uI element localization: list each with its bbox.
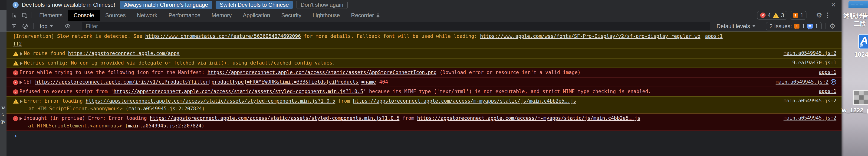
errors-warnings-badge[interactable]: ✕ 4 ! 3 <box>757 11 787 20</box>
tab-console[interactable]: Console <box>68 10 100 21</box>
message-link[interactable]: https://www.apple.com/wss/fonts/SF-Pro-D… <box>480 33 700 39</box>
expand-arrow-icon[interactable] <box>20 62 23 65</box>
console-settings-gear-icon[interactable]: ⚙ <box>829 23 835 30</box>
context-label: top <box>40 23 48 30</box>
message-link[interactable]: https://appstoreconnect.apple.com/access… <box>150 115 400 121</box>
tab-lighthouse[interactable]: Lighthouse <box>307 10 345 21</box>
separator <box>825 23 826 29</box>
message-link[interactable]: https://www.chromestatus.com/feature/563… <box>145 33 301 39</box>
error-icon: ✕ <box>760 12 766 18</box>
console-message-error: ✕ Error while trying to use the followin… <box>6 68 841 77</box>
language-infobar: i DevTools is now available in Chinese! … <box>6 0 841 10</box>
inspect-element-icon[interactable] <box>9 10 20 21</box>
message-text: [Intervention] Slow network is detected.… <box>13 32 765 40</box>
source-location: main.a0549945.js:2 <box>783 98 836 103</box>
message-link[interactable]: https://appstoreconnect.apple.com/access… <box>86 98 336 104</box>
source-location: apps:1 <box>705 32 723 40</box>
separator <box>59 23 59 29</box>
source-location: 9.ea19a470.js:1 <box>792 60 836 65</box>
log-levels-dropdown[interactable]: Default levels <box>714 23 758 30</box>
tab-network[interactable]: Network <box>131 10 163 21</box>
message-text: Uncaught (in promise) Error: Error loadi… <box>24 115 765 122</box>
tab-sources[interactable]: Sources <box>100 10 131 21</box>
device-toolbar-icon[interactable] <box>20 10 30 21</box>
message-link[interactable]: https://appstoreconnect.apple.com/access… <box>417 115 640 121</box>
devtools-window: i DevTools is now available in Chinese! … <box>6 0 841 156</box>
issue-icon: ! <box>793 13 798 18</box>
source-location: apps:1 <box>819 69 836 75</box>
issues-blue-count: 1 <box>815 23 818 30</box>
message-text: Metrics config: No config provided via d… <box>24 59 765 67</box>
tab-recorder-label: Recorder <box>351 12 374 19</box>
error-icon: ✕ <box>13 89 18 94</box>
separator <box>33 23 34 29</box>
console-messages: [Intervention] Slow network is detected.… <box>6 32 841 156</box>
filter-input[interactable] <box>82 22 710 30</box>
warning-icon: ! <box>773 13 779 18</box>
experiment-flask-icon <box>376 13 380 18</box>
always-match-language-button[interactable]: Always match Chrome's language <box>120 1 212 9</box>
message-link[interactable]: https://appstoreconnect.apple.com/access… <box>114 89 363 94</box>
issues-orange-count: 1 <box>802 23 805 30</box>
message-link[interactable]: https://appstoreconnect.apple.com/access… <box>353 98 576 104</box>
expand-arrow-icon[interactable] <box>20 81 22 84</box>
expand-arrow-icon[interactable] <box>20 100 23 103</box>
source-location: main.a0549945.js:2 <box>783 51 836 56</box>
tab-performance[interactable]: Performance <box>163 10 206 21</box>
screenshot-root: na ic gv i DevTools is now available in … <box>0 0 868 156</box>
background-window-fragment <box>848 1 868 8</box>
background-segment <box>0 10 6 32</box>
message-text: Error: Error loading https://appstorecon… <box>24 97 765 105</box>
stack-frame-link[interactable]: main.a0549945.js:2:207824 <box>128 106 202 112</box>
chevron-down-icon <box>50 25 53 27</box>
warning-count: 3 <box>781 12 784 19</box>
source-location: main.a0549945.js:2 <box>783 115 836 121</box>
issues-badge[interactable]: ! 1 <box>790 11 806 20</box>
message-link[interactable]: https://appstoreconnect.apple.com/access… <box>208 70 437 75</box>
reveal-in-network-icon[interactable] <box>830 79 836 85</box>
console-message-warning: ! No route found https://appstoreconnect… <box>6 49 841 58</box>
issues-summary[interactable]: 2 Issues: ! 1 1 <box>766 22 822 30</box>
clear-console-icon[interactable] <box>21 22 30 30</box>
tab-security[interactable]: Security <box>276 10 307 21</box>
console-message-error: ✕ GET https://appstoreconnect.apple.com/… <box>6 77 841 87</box>
clipped-page-text: ic <box>0 112 4 117</box>
tab-application[interactable]: Application <box>237 10 276 21</box>
console-sidebar-toggle-icon[interactable] <box>9 22 19 30</box>
switch-devtools-chinese-button[interactable]: Switch DevTools to Chinese <box>216 1 293 9</box>
background-page-sliver: na ic gv <box>0 0 6 156</box>
expand-arrow-icon[interactable] <box>20 52 23 56</box>
warning-icon: ! <box>13 51 19 56</box>
javascript-context-dropdown[interactable]: top <box>37 23 55 30</box>
error-icon: ✕ <box>13 70 18 75</box>
message-link[interactable]: https://appstoreconnect.apple.com/apps <box>68 51 180 56</box>
separator <box>811 12 811 18</box>
console-message-warning: ! Metrics config: No config provided via… <box>6 58 841 68</box>
page-issue-icon <box>807 24 813 29</box>
chevron-down-icon <box>752 25 755 27</box>
error-icon: ✕ <box>13 116 18 121</box>
message-link[interactable]: https://appstoreconnect.apple.com/iris/v… <box>35 79 376 85</box>
message-link[interactable]: ff2 <box>13 41 22 46</box>
clipped-page-text: na <box>0 105 6 110</box>
more-options-menu-icon[interactable] <box>825 12 830 18</box>
tab-memory[interactable]: Memory <box>206 10 238 21</box>
console-prompt-row[interactable]: › <box>6 131 841 141</box>
expand-arrow-icon[interactable] <box>20 117 22 121</box>
stack-frame-link[interactable]: main.a0549945.js:2:207824 <box>128 123 202 129</box>
info-icon: i <box>12 2 19 8</box>
dont-show-again-button[interactable]: Don't show again <box>296 1 348 9</box>
desktop-thumbnail[interactable] <box>853 90 868 105</box>
live-expression-eye-icon[interactable] <box>63 22 72 30</box>
console-prompt-chevron: › <box>13 132 18 139</box>
desktop-app-icon[interactable]: A 澳 <box>858 34 868 49</box>
issue-icon: ! <box>794 24 800 29</box>
stack-trace-line: at HTMLScriptElement.<anonymous> (main.a… <box>24 105 765 113</box>
infobar-close-icon[interactable]: ✕ <box>831 2 836 8</box>
tab-recorder[interactable]: Recorder <box>345 10 386 21</box>
tabbar-right-controls: ✕ 4 ! 3 ! 1 ⚙ <box>757 10 841 21</box>
settings-gear-icon[interactable]: ⚙ <box>816 12 822 19</box>
issues-summary-label: 2 Issues: <box>770 23 792 30</box>
error-count: 4 <box>768 12 771 19</box>
tab-elements[interactable]: Elements <box>34 10 68 21</box>
